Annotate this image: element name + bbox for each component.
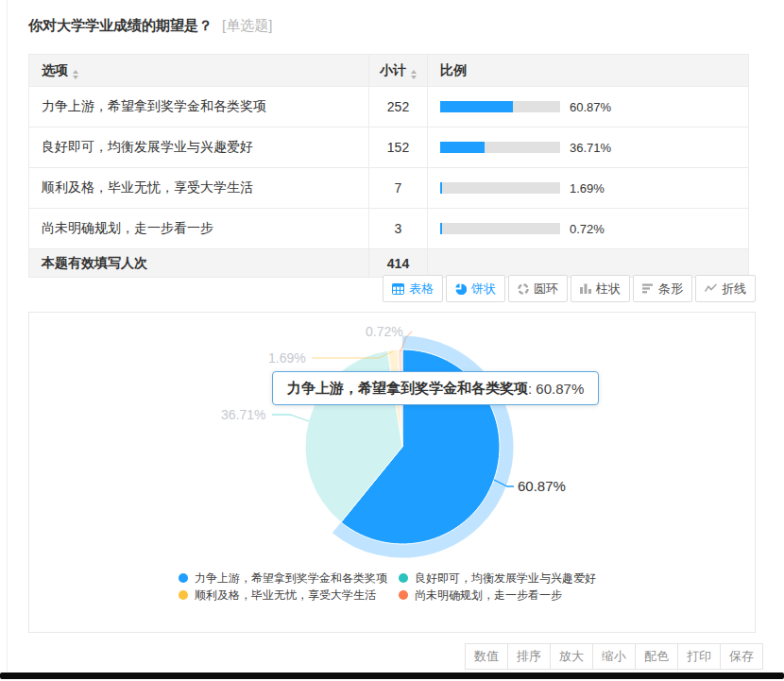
- question-title: 你对大学学业成绩的期望是？[单选题]: [28, 17, 272, 35]
- chart-type-label: 圆环: [534, 281, 558, 298]
- table-row: 尚未明确规划，走一步看一步30.72%: [29, 209, 749, 249]
- legend-item[interactable]: 尚未明确规划，走一步看一步: [399, 587, 596, 603]
- footer-empty-cell: [428, 249, 749, 278]
- ratio-cell: 36.71%: [428, 128, 749, 168]
- count-header[interactable]: 小计: [369, 55, 428, 87]
- tooltip-option-name: 力争上游，希望拿到奖学金和各类奖项: [287, 380, 528, 398]
- ratio-bar-fill: [440, 182, 442, 194]
- question-type-tag: [单选题]: [222, 17, 272, 33]
- bar-icon: [642, 283, 654, 294]
- legend-label: 尚未明确规划，走一步看一步: [415, 587, 562, 604]
- chart-type-donut-button[interactable]: 圆环: [508, 275, 568, 302]
- legend-dot: [179, 590, 188, 600]
- donut-icon: [518, 283, 529, 295]
- footer-label-cell: 本题有效填写人次: [29, 249, 369, 278]
- leader-line-1: [272, 415, 309, 421]
- legend-item[interactable]: 力争上游，希望拿到奖学金和各类奖项: [179, 570, 399, 586]
- ratio-bar-track: [440, 223, 560, 234]
- ratio-percent-text: 36.71%: [570, 141, 611, 155]
- values-button[interactable]: 数值: [465, 643, 508, 670]
- option-cell: 顺利及格，毕业无忧，享受大学生活: [29, 168, 369, 209]
- table-body: 力争上游，希望拿到奖学金和各类奖项25260.87%良好即可，均衡发展学业与兴趣…: [29, 87, 749, 249]
- palette-button[interactable]: 配色: [635, 643, 678, 670]
- pie-icon: [455, 283, 467, 295]
- sort-icon[interactable]: [411, 70, 417, 79]
- legend-label: 顺利及格，毕业无忧，享受大学生活: [195, 587, 376, 604]
- legend-dot: [399, 590, 408, 600]
- line-icon: [705, 283, 717, 294]
- ratio-bar-fill: [440, 142, 485, 153]
- sort-button[interactable]: 排序: [507, 643, 551, 670]
- table-row: 顺利及格，毕业无忧，享受大学生活71.69%: [29, 168, 749, 209]
- save-button[interactable]: 保存: [720, 643, 763, 670]
- ratio-percent-text: 60.87%: [570, 100, 611, 114]
- table-footer-row: 本题有效填写人次 414: [29, 249, 749, 278]
- legend-dot: [399, 573, 408, 583]
- zoom-out-button[interactable]: 缩小: [592, 643, 636, 670]
- table-icon: [392, 283, 404, 295]
- chart-type-label: 柱状: [596, 281, 621, 298]
- ratio-bar-track: [440, 142, 560, 153]
- table-row: 力争上游，希望拿到奖学金和各类奖项25260.87%: [29, 87, 749, 128]
- pie-legend: 力争上游，希望拿到奖学金和各类奖项良好即可，均衡发展学业与兴趣爱好顺利及格，毕业…: [179, 570, 596, 603]
- ratio-header: 比例: [428, 55, 749, 87]
- chart-type-column-button[interactable]: 柱状: [571, 275, 630, 302]
- ratio-percent-text: 1.69%: [570, 181, 605, 196]
- ratio-cell: 0.72%: [428, 209, 749, 249]
- count-cell: 252: [369, 87, 428, 128]
- zoom-in-button[interactable]: 放大: [550, 643, 593, 670]
- ratio-cell: 60.87%: [428, 87, 749, 128]
- ratio-cell: 1.69%: [428, 168, 749, 209]
- legend-dot: [179, 573, 188, 583]
- ratio-bar-fill: [440, 101, 513, 112]
- ratio-bar-track: [440, 101, 560, 112]
- pie-percent-label-3: 0.72%: [366, 324, 403, 339]
- survey-stats-page: 你对大学学业成绩的期望是？[单选题] 选项 小计 比例 力争上游，希望拿到奖学金…: [0, 0, 784, 681]
- table-row: 良好即可，均衡发展学业与兴趣爱好15236.71%: [29, 128, 749, 168]
- pie-tooltip: 力争上游，希望拿到奖学金和各类奖项: 60.87%: [272, 371, 599, 405]
- chart-type-label: 饼状: [471, 281, 496, 298]
- option-cell: 力争上游，希望拿到奖学金和各类奖项: [29, 87, 369, 128]
- chart-type-label: 条形: [658, 281, 683, 298]
- ratio-bar-track: [440, 182, 560, 194]
- count-cell: 7: [369, 168, 428, 209]
- chart-type-line-button[interactable]: 折线: [695, 275, 756, 302]
- chart-type-table-button[interactable]: 表格: [383, 275, 443, 302]
- pie-chart-panel: 60.87% 36.71% 1.69% 0.72% 力争上游，希望拿到奖学金和各…: [28, 312, 756, 633]
- pie-percent-label-1: 36.71%: [221, 407, 265, 422]
- footer-total-cell: 414: [369, 249, 428, 278]
- table-header-row: 选项 小计 比例: [29, 55, 749, 87]
- chart-type-label: 表格: [409, 281, 434, 298]
- legend-label: 力争上游，希望拿到奖学金和各类奖项: [195, 570, 387, 587]
- legend-label: 良好即可，均衡发展学业与兴趣爱好: [415, 570, 596, 587]
- print-button[interactable]: 打印: [677, 643, 721, 670]
- chart-type-pie-button[interactable]: 饼状: [446, 275, 505, 302]
- legend-item[interactable]: 良好即可，均衡发展学业与兴趣爱好: [399, 570, 596, 586]
- sort-icon[interactable]: [73, 70, 78, 79]
- results-table: 选项 小计 比例 力争上游，希望拿到奖学金和各类奖项25260.87%良好即可，…: [28, 54, 749, 278]
- screenshot-bottom-frame: [0, 672, 784, 679]
- page-edge-line: [7, 0, 8, 672]
- pie-percent-label-0: 60.87%: [518, 478, 566, 494]
- count-cell: 3: [369, 209, 428, 249]
- chart-type-bar-button[interactable]: 条形: [633, 275, 692, 302]
- question-title-text: 你对大学学业成绩的期望是？: [28, 17, 213, 33]
- count-cell: 152: [369, 128, 428, 168]
- option-header[interactable]: 选项: [29, 55, 369, 87]
- option-cell: 良好即可，均衡发展学业与兴趣爱好: [29, 128, 369, 168]
- ratio-percent-text: 0.72%: [570, 222, 605, 236]
- chart-actions-toolbar: 数值排序放大缩小配色打印保存: [466, 643, 763, 670]
- ratio-bar-fill: [440, 223, 442, 234]
- chart-type-label: 折线: [722, 281, 746, 298]
- pie-percent-label-2: 1.69%: [268, 350, 306, 366]
- chart-type-toolbar: 表格饼状圆环柱状条形折线: [383, 275, 756, 302]
- legend-item[interactable]: 顺利及格，毕业无忧，享受大学生活: [179, 587, 399, 603]
- tooltip-value: 60.87%: [536, 381, 584, 397]
- option-cell: 尚未明确规划，走一步看一步: [29, 209, 369, 249]
- tooltip-separator: :: [528, 381, 532, 397]
- column-icon: [580, 283, 591, 294]
